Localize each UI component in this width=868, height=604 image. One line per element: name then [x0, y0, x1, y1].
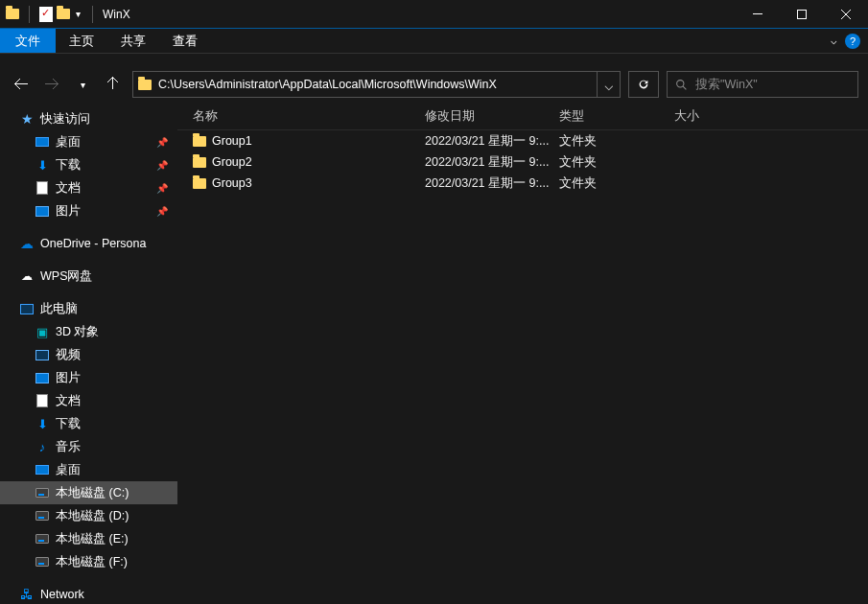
- sidebar-label: OneDrive - Persona: [40, 237, 146, 250]
- file-name: Group1: [212, 134, 252, 148]
- search-placeholder: 搜索"WinX": [695, 77, 758, 93]
- sidebar-item[interactable]: 本地磁盘 (C:): [0, 481, 177, 504]
- folder-icon: [6, 9, 19, 19]
- ribbon-expand-icon[interactable]: ⌵: [831, 35, 837, 47]
- refresh-button[interactable]: [628, 71, 659, 98]
- document-icon: [35, 180, 50, 196]
- sidebar-item[interactable]: 文档: [0, 389, 177, 412]
- sidebar-item-label: 音乐: [56, 439, 81, 455]
- download-icon: ⬇: [35, 416, 50, 431]
- minimize-button[interactable]: [736, 0, 780, 29]
- music-icon: ♪: [35, 439, 50, 454]
- sidebar-item-label: 本地磁盘 (F:): [56, 554, 128, 570]
- file-date: 2022/03/21 星期一 9:...: [425, 154, 559, 171]
- desktop-icon: [35, 134, 50, 150]
- desktop-icon: [35, 462, 50, 477]
- file-list: 名称 修改日期 类型 大小 Group12022/03/21 星期一 9:...…: [177, 104, 868, 604]
- address-dropdown-icon[interactable]: ⌵: [597, 72, 620, 97]
- sidebar-label: WPS网盘: [40, 268, 92, 285]
- search-box[interactable]: 搜索"WinX": [667, 71, 858, 98]
- ribbon-file-tab[interactable]: 文件: [0, 29, 56, 53]
- star-icon: ★: [19, 111, 35, 127]
- back-button[interactable]: 🡠: [10, 73, 33, 96]
- svg-rect-0: [753, 13, 762, 14]
- file-row[interactable]: Group22022/03/21 星期一 9:...文件夹: [177, 151, 868, 173]
- title-bar: ▾ WinX: [0, 0, 868, 29]
- file-row[interactable]: Group12022/03/21 星期一 9:...文件夹: [177, 130, 868, 151]
- navigation-pane: ★ 快速访问 桌面📌⬇下载📌文档📌图片📌 ☁ OneDrive - Person…: [0, 104, 177, 604]
- ribbon-tab-view[interactable]: 查看: [159, 29, 211, 53]
- sidebar-item[interactable]: 文档📌: [0, 176, 177, 199]
- forward-button[interactable]: 🡢: [40, 73, 63, 96]
- sidebar-item[interactable]: 本地磁盘 (E:): [0, 527, 177, 550]
- folder-icon: [193, 178, 206, 189]
- sidebar-item[interactable]: 桌面📌: [0, 130, 177, 153]
- column-header-date[interactable]: 修改日期: [425, 108, 559, 125]
- sidebar-item-label: 桌面: [56, 134, 81, 151]
- disk-icon: [35, 554, 50, 569]
- ribbon-tabs: 文件 主页 共享 查看 ⌵ ?: [0, 29, 868, 54]
- sidebar-item-label: 文档: [56, 180, 81, 197]
- ribbon-tab-share[interactable]: 共享: [107, 29, 159, 53]
- sidebar-network[interactable]: 🖧 Network: [0, 583, 177, 604]
- sidebar-item[interactable]: 本地磁盘 (F:): [0, 550, 177, 573]
- sidebar-item-label: 视频: [56, 347, 81, 363]
- properties-icon[interactable]: [39, 7, 53, 22]
- video-icon: [35, 347, 50, 362]
- pc-icon: [19, 301, 35, 316]
- up-button[interactable]: 🡡: [102, 73, 125, 96]
- sidebar-item[interactable]: 本地磁盘 (D:): [0, 504, 177, 527]
- help-button[interactable]: ?: [845, 34, 860, 49]
- file-type: 文件夹: [559, 154, 674, 171]
- file-row[interactable]: Group32022/03/21 星期一 9:...文件夹: [177, 173, 868, 194]
- maximize-button[interactable]: [780, 0, 824, 29]
- sidebar-quick-access[interactable]: ★ 快速访问: [0, 107, 177, 130]
- pin-icon: 📌: [156, 183, 168, 194]
- sidebar-item-label: 下载: [56, 157, 81, 174]
- sidebar-item-label: 3D 对象: [56, 324, 99, 340]
- new-folder-icon[interactable]: [57, 9, 70, 19]
- sidebar-item[interactable]: ▣3D 对象: [0, 320, 177, 343]
- sidebar-item-label: 图片: [56, 370, 81, 386]
- sidebar-label: 此电脑: [40, 301, 78, 317]
- close-button[interactable]: [824, 0, 868, 29]
- picture-icon: [35, 370, 50, 385]
- disk-icon: [35, 485, 50, 500]
- column-headers: 名称 修改日期 类型 大小: [177, 104, 868, 130]
- qat-dropdown-icon[interactable]: ▾: [76, 9, 81, 19]
- sidebar-item[interactable]: 图片📌: [0, 199, 177, 222]
- sidebar-item[interactable]: 图片: [0, 366, 177, 389]
- sidebar-item[interactable]: 视频: [0, 343, 177, 366]
- address-input[interactable]: [156, 78, 597, 91]
- sidebar-item[interactable]: 桌面: [0, 458, 177, 481]
- sidebar-label: 快速访问: [40, 111, 90, 128]
- sidebar-this-pc[interactable]: 此电脑: [0, 297, 177, 320]
- quick-access-toolbar: ▾: [0, 6, 99, 23]
- sidebar-item[interactable]: ♪音乐: [0, 435, 177, 458]
- column-header-name[interactable]: 名称: [177, 108, 425, 125]
- window-controls: [736, 0, 868, 29]
- svg-point-4: [677, 80, 684, 86]
- ribbon-tab-home[interactable]: 主页: [56, 29, 107, 53]
- svg-line-5: [683, 86, 686, 89]
- recent-dropdown[interactable]: ▾: [71, 73, 94, 96]
- column-header-size[interactable]: 大小: [674, 108, 868, 125]
- address-bar[interactable]: ⌵: [132, 71, 621, 98]
- folder-icon: [193, 136, 206, 147]
- body: ★ 快速访问 桌面📌⬇下载📌文档📌图片📌 ☁ OneDrive - Person…: [0, 104, 868, 604]
- sidebar-item-label: 本地磁盘 (C:): [56, 485, 129, 501]
- sidebar-item[interactable]: ⬇下载: [0, 412, 177, 435]
- sidebar-item-label: 桌面: [56, 462, 81, 478]
- sidebar-item[interactable]: ⬇下载📌: [0, 153, 177, 176]
- sidebar-wps[interactable]: ☁ WPS网盘: [0, 265, 177, 288]
- window-title: WinX: [103, 8, 130, 21]
- file-name: Group3: [212, 176, 252, 190]
- sidebar-onedrive[interactable]: ☁ OneDrive - Persona: [0, 232, 177, 255]
- picture-icon: [35, 203, 50, 219]
- network-icon: 🖧: [19, 587, 35, 602]
- separator: [92, 6, 93, 23]
- file-name: Group2: [212, 155, 252, 169]
- pin-icon: 📌: [156, 137, 168, 148]
- folder-icon: [193, 157, 206, 168]
- column-header-type[interactable]: 类型: [559, 108, 674, 125]
